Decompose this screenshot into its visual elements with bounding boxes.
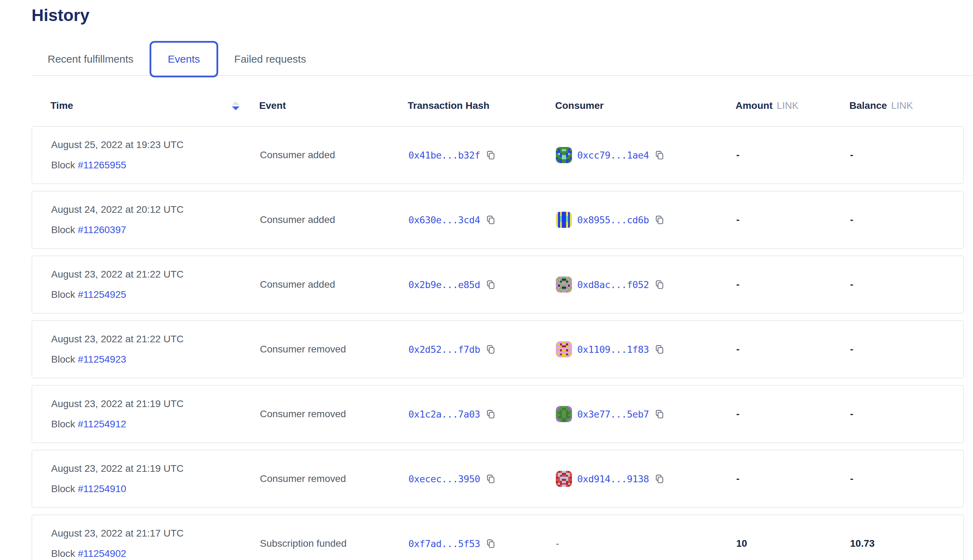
copy-icon[interactable] bbox=[485, 279, 496, 290]
consumer-avatar bbox=[556, 277, 572, 293]
table-row: August 24, 2022 at 20:12 UTCBlock #11260… bbox=[32, 191, 964, 249]
sort-descending-icon[interactable] bbox=[232, 101, 239, 110]
copy-icon[interactable] bbox=[485, 409, 496, 419]
row-event: Subscription funded bbox=[260, 538, 408, 549]
block-label: Block bbox=[51, 160, 78, 170]
block-number-link[interactable]: #11254910 bbox=[78, 483, 126, 494]
copy-icon[interactable] bbox=[485, 473, 496, 484]
history-page: History Recent fulfillmentsEventsFailed … bbox=[0, 6, 973, 560]
table-row: August 23, 2022 at 21:19 UTCBlock #11254… bbox=[32, 450, 964, 508]
row-timestamp: August 24, 2022 at 20:12 UTC bbox=[51, 204, 260, 215]
copy-icon[interactable] bbox=[485, 344, 496, 355]
tab-recent-fulfillments[interactable]: Recent fulfillments bbox=[32, 53, 150, 65]
cell-time: August 23, 2022 at 21:17 UTCBlock #11254… bbox=[51, 528, 260, 559]
row-amount: 10 bbox=[736, 538, 850, 549]
tab-failed-requests[interactable]: Failed requests bbox=[218, 53, 322, 65]
block-number-link[interactable]: #11254923 bbox=[78, 354, 126, 365]
sort-up-arrow-icon bbox=[232, 101, 239, 105]
cell-consumer: - bbox=[556, 538, 736, 549]
row-amount: - bbox=[736, 408, 850, 420]
consumer-avatar bbox=[556, 406, 572, 422]
row-timestamp: August 23, 2022 at 21:17 UTC bbox=[51, 528, 260, 539]
transaction-hash-link[interactable]: 0xecec...3950 bbox=[408, 473, 480, 484]
cell-consumer: 0xd914...9138 bbox=[556, 471, 736, 487]
amount-value: - bbox=[736, 344, 739, 355]
block-label: Block bbox=[51, 289, 78, 300]
consumer-avatar bbox=[556, 471, 572, 487]
consumer-avatar bbox=[556, 341, 572, 357]
consumer-address-link[interactable]: 0xd8ac...f052 bbox=[577, 279, 649, 290]
column-header-amount-unit: LINK bbox=[777, 100, 799, 111]
cell-consumer: 0xcc79...1ae4 bbox=[556, 147, 736, 163]
cell-transaction-hash: 0xecec...3950 bbox=[408, 473, 556, 484]
history-table: Time Event Transaction Hash Consumer Amo… bbox=[32, 95, 964, 560]
block-number-link[interactable]: #11254912 bbox=[78, 418, 126, 430]
consumer-address-link[interactable]: 0xcc79...1ae4 bbox=[577, 150, 649, 161]
cell-transaction-hash: 0x41be...b32f bbox=[408, 150, 556, 161]
page-title: History bbox=[32, 6, 973, 25]
row-block: Block #11265955 bbox=[51, 160, 260, 171]
column-header-balance-unit: LINK bbox=[891, 100, 913, 111]
copy-icon[interactable] bbox=[654, 215, 665, 225]
block-number-link[interactable]: #11260397 bbox=[78, 224, 126, 235]
column-header-time-label: Time bbox=[50, 100, 73, 111]
column-header-balance[interactable]: Balance LINK bbox=[849, 100, 964, 111]
row-block: Block #11254910 bbox=[51, 483, 260, 495]
column-header-time[interactable]: Time bbox=[50, 100, 259, 111]
copy-icon[interactable] bbox=[654, 409, 665, 419]
balance-value: - bbox=[850, 408, 853, 419]
consumer-address-link[interactable]: 0x1109...1f83 bbox=[577, 344, 649, 355]
transaction-hash-link[interactable]: 0xf7ad...5f53 bbox=[408, 538, 480, 549]
block-number-link[interactable]: #11254925 bbox=[78, 289, 126, 300]
copy-icon[interactable] bbox=[485, 538, 496, 549]
tab-events[interactable]: Events bbox=[150, 41, 218, 77]
row-balance: - bbox=[850, 279, 963, 290]
balance-value: 10.73 bbox=[850, 538, 874, 549]
block-label: Block bbox=[51, 483, 78, 494]
cell-time: August 25, 2022 at 19:23 UTCBlock #11265… bbox=[51, 139, 260, 171]
row-consumer-empty: - bbox=[556, 538, 559, 549]
row-balance: - bbox=[850, 150, 963, 161]
row-event: Consumer added bbox=[260, 279, 408, 290]
block-number-link[interactable]: #11265955 bbox=[78, 160, 126, 170]
column-header-amount[interactable]: Amount LINK bbox=[736, 100, 849, 111]
consumer-avatar bbox=[556, 212, 572, 228]
block-number-link[interactable]: #11254902 bbox=[78, 548, 126, 559]
balance-value: - bbox=[850, 344, 853, 355]
consumer-address-link[interactable]: 0x8955...cd6b bbox=[577, 215, 649, 225]
cell-time: August 24, 2022 at 20:12 UTCBlock #11260… bbox=[51, 204, 260, 235]
transaction-hash-link[interactable]: 0x1c2a...7a03 bbox=[408, 409, 480, 420]
copy-icon[interactable] bbox=[654, 150, 665, 160]
table-row: August 25, 2022 at 19:23 UTCBlock #11265… bbox=[32, 126, 964, 184]
row-event: Consumer removed bbox=[260, 473, 408, 484]
row-event: Consumer added bbox=[260, 214, 408, 225]
transaction-hash-link[interactable]: 0x41be...b32f bbox=[408, 150, 480, 161]
row-block: Block #11254902 bbox=[51, 548, 260, 559]
table-row: August 23, 2022 at 21:19 UTCBlock #11254… bbox=[32, 385, 964, 443]
cell-transaction-hash: 0x630e...3cd4 bbox=[408, 215, 556, 225]
row-event: Consumer removed bbox=[260, 408, 408, 420]
copy-icon[interactable] bbox=[654, 473, 665, 484]
copy-icon[interactable] bbox=[485, 215, 496, 225]
row-amount: - bbox=[736, 473, 850, 484]
transaction-hash-link[interactable]: 0x2d52...f7db bbox=[408, 344, 480, 355]
copy-icon[interactable] bbox=[654, 344, 665, 355]
balance-value: - bbox=[850, 214, 853, 225]
column-header-event[interactable]: Event bbox=[259, 100, 408, 111]
transaction-hash-link[interactable]: 0x630e...3cd4 bbox=[408, 215, 480, 225]
transaction-hash-link[interactable]: 0x2b9e...e85d bbox=[408, 279, 480, 290]
table-row: August 23, 2022 at 21:22 UTCBlock #11254… bbox=[32, 255, 964, 313]
cell-time: August 23, 2022 at 21:22 UTCBlock #11254… bbox=[51, 333, 260, 365]
amount-value: - bbox=[736, 150, 739, 160]
sort-down-arrow-icon bbox=[232, 107, 239, 110]
amount-value: 10 bbox=[736, 538, 747, 549]
consumer-avatar bbox=[556, 147, 572, 163]
column-header-consumer[interactable]: Consumer bbox=[555, 100, 736, 111]
copy-icon[interactable] bbox=[485, 150, 496, 160]
column-header-transaction-hash[interactable]: Transaction Hash bbox=[408, 100, 555, 111]
row-amount: - bbox=[736, 214, 850, 225]
consumer-address-link[interactable]: 0xd914...9138 bbox=[577, 473, 649, 484]
copy-icon[interactable] bbox=[654, 279, 665, 290]
consumer-address-link[interactable]: 0x3e77...5eb7 bbox=[577, 409, 649, 420]
balance-value: - bbox=[850, 150, 853, 160]
